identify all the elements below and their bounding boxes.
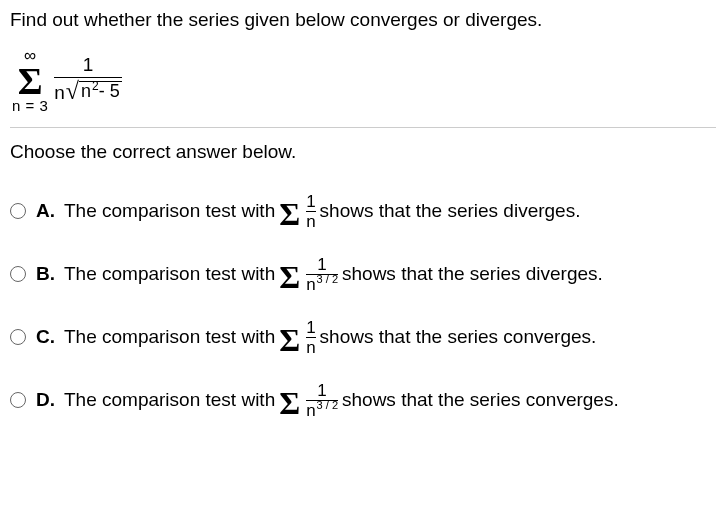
sqrt-icon: √: [66, 79, 79, 103]
option-a[interactable]: A. The comparison test with Σ 1 n shows …: [10, 193, 716, 230]
radio-b[interactable]: [10, 266, 26, 282]
option-text: The comparison test with Σ 1 n3 / 2 show…: [64, 256, 603, 293]
series-denominator: n √ n2 - 5: [54, 78, 121, 105]
series-fraction: 1 n √ n2 - 5: [54, 55, 121, 105]
options-group: A. The comparison test with Σ 1 n shows …: [10, 193, 716, 419]
option-letter: C.: [36, 325, 56, 350]
comparison-fraction: 1 n: [306, 319, 315, 356]
series-formula: ∞ Σ n = 3 1 n √ n2 - 5: [12, 47, 716, 113]
question-prompt: Find out whether the series given below …: [10, 8, 716, 33]
option-letter: B.: [36, 262, 56, 287]
comparison-fraction: 1 n: [306, 193, 315, 230]
radio-c[interactable]: [10, 329, 26, 345]
radio-a[interactable]: [10, 203, 26, 219]
radio-d[interactable]: [10, 392, 26, 408]
option-c[interactable]: C. The comparison test with Σ 1 n shows …: [10, 319, 716, 356]
divider: [10, 127, 716, 128]
comparison-fraction: 1 n3 / 2: [306, 382, 338, 419]
series-numerator: 1: [83, 55, 94, 77]
option-text: The comparison test with Σ 1 n3 / 2 show…: [64, 382, 619, 419]
comparison-fraction: 1 n3 / 2: [306, 256, 338, 293]
option-letter: A.: [36, 199, 56, 224]
option-b[interactable]: B. The comparison test with Σ 1 n3 / 2 s…: [10, 256, 716, 293]
option-text: The comparison test with Σ 1 n shows tha…: [64, 193, 580, 230]
answer-instruction: Choose the correct answer below.: [10, 140, 716, 165]
option-letter: D.: [36, 388, 56, 413]
sigma-symbol: Σ: [18, 64, 43, 98]
option-d[interactable]: D. The comparison test with Σ 1 n3 / 2 s…: [10, 382, 716, 419]
sigma-lower-limit: n = 3: [12, 98, 48, 113]
option-text: The comparison test with Σ 1 n shows tha…: [64, 319, 596, 356]
